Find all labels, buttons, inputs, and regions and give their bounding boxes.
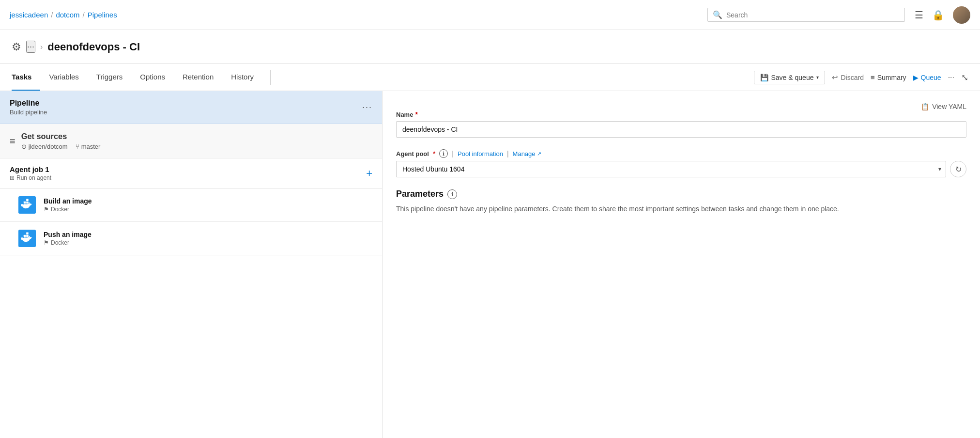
topbar-right: 🔍 ☰ 🔒 <box>707 6 970 24</box>
svg-rect-11 <box>24 235 26 237</box>
breadcrumb-user[interactable]: jessicadeen <box>10 11 48 19</box>
discard-button[interactable]: ↩ Discard <box>832 73 863 82</box>
tabbar-actions: 💾 Save & queue ▾ ↩ Discard ≡ Summary ▶ Q… <box>754 71 969 84</box>
get-sources-branch-info: ⑂ master <box>76 143 101 150</box>
tabbar: Tasks Variables Triggers Options Retenti… <box>0 64 980 91</box>
flag-icon: ⚑ <box>44 206 49 213</box>
params-description: This pipeline doesn't have any pipeline … <box>396 204 966 214</box>
flag-icon-2: ⚑ <box>44 239 49 246</box>
summary-icon: ≡ <box>871 73 875 81</box>
list-item[interactable]: Push an image ⚑ Docker <box>0 222 382 255</box>
save-queue-button[interactable]: 💾 Save & queue ▾ <box>754 71 826 84</box>
agent-icon: ⊞ <box>10 174 15 181</box>
parameters-group: Parameters ℹ This pipeline doesn't have … <box>396 189 966 214</box>
get-sources-repo: jldeen/dotcom <box>29 143 68 150</box>
build-image-name: Build an image <box>44 197 92 205</box>
page-header: ⚙ ··· › deenofdevops - CI <box>0 30 980 64</box>
save-queue-label: Save & queue <box>771 74 814 81</box>
main-content: Pipeline Build pipeline ··· ≡ Get source… <box>0 91 980 438</box>
search-icon: 🔍 <box>713 10 722 19</box>
pipeline-info: Pipeline Build pipeline <box>10 99 47 116</box>
push-image-name: Push an image <box>44 231 92 238</box>
pool-refresh-button[interactable]: ↻ <box>950 161 966 177</box>
save-queue-chevron-icon: ▾ <box>816 75 819 80</box>
agent-pool-info-icon[interactable]: ℹ <box>439 149 448 158</box>
undo-icon: ↩ <box>832 73 838 82</box>
name-label: Name * <box>396 110 966 118</box>
right-panel-top: 📋 View YAML <box>396 103 966 110</box>
tab-tasks[interactable]: Tasks <box>12 64 40 91</box>
params-title: Parameters <box>396 189 444 199</box>
pool-select[interactable]: Hosted Ubuntu 1604 Hosted VS2017 Hosted … <box>396 161 946 177</box>
agent-job-info: Agent job 1 ⊞ Run on agent <box>10 165 51 181</box>
breadcrumb-sep2: / <box>83 11 85 19</box>
agent-job-sub: ⊞ Run on agent <box>10 174 51 181</box>
tab-history[interactable]: History <box>222 64 262 91</box>
push-image-type: ⚑ Docker <box>44 239 92 246</box>
pool-sep-2: | <box>507 150 509 157</box>
avatar[interactable] <box>953 6 970 24</box>
svg-rect-4 <box>24 202 26 204</box>
svg-rect-6 <box>26 199 29 201</box>
more-actions-button[interactable]: ··· <box>948 73 954 82</box>
params-info-icon[interactable]: ℹ <box>447 189 457 199</box>
pipeline-more-button[interactable]: ··· <box>362 102 372 112</box>
list-icon[interactable]: ☰ <box>915 9 923 21</box>
tab-variables[interactable]: Variables <box>40 64 87 91</box>
queue-button[interactable]: ▶ Queue <box>913 74 941 81</box>
params-label-row: Parameters ℹ <box>396 189 966 199</box>
agent-pool-group: Agent pool * ℹ | Pool information | Mana… <box>396 149 966 177</box>
topbar: jessicadeen / dotcom / Pipelines 🔍 ☰ 🔒 <box>0 0 980 30</box>
agent-job-header: Agent job 1 ⊞ Run on agent + <box>0 158 382 188</box>
get-sources-icon: ≡ <box>10 136 15 147</box>
agent-pool-label: Agent pool <box>396 150 429 157</box>
pipeline-item[interactable]: Pipeline Build pipeline ··· <box>0 91 382 124</box>
get-sources-info: Get sources ⊙ jldeen/dotcom ⑂ master <box>21 132 101 150</box>
breadcrumb-sep1: / <box>51 11 53 19</box>
build-image-icon <box>17 195 37 215</box>
get-sources-item[interactable]: ≡ Get sources ⊙ jldeen/dotcom ⑂ master <box>0 124 382 158</box>
agent-job-label: Agent job 1 <box>10 165 51 173</box>
breadcrumb-page[interactable]: Pipelines <box>88 11 117 19</box>
agent-job-subtitle: Run on agent <box>16 174 51 181</box>
breadcrumb-org[interactable]: dotcom <box>56 11 79 19</box>
build-image-type: ⚑ Docker <box>44 206 92 213</box>
list-item[interactable]: Build an image ⚑ Docker <box>0 188 382 222</box>
pipeline-subtitle: Build pipeline <box>10 109 47 116</box>
branch-icon: ⑂ <box>76 143 79 150</box>
svg-rect-13 <box>26 232 29 235</box>
push-image-icon <box>17 229 37 248</box>
page-title: deenofdevops - CI <box>47 41 140 53</box>
left-panel: Pipeline Build pipeline ··· ≡ Get source… <box>0 91 383 438</box>
pool-manage-link[interactable]: Manage ↗ <box>513 150 541 157</box>
search-input[interactable] <box>726 11 900 19</box>
view-yaml-button[interactable]: 📋 View YAML <box>921 103 966 110</box>
expand-button[interactable]: ⤡ <box>961 72 968 83</box>
breadcrumb: jessicadeen / dotcom / Pipelines <box>10 11 117 19</box>
name-required-indicator: * <box>415 110 417 118</box>
add-task-button[interactable]: + <box>366 167 372 180</box>
pool-information-link[interactable]: Pool information <box>458 150 503 157</box>
play-icon: ▶ <box>913 74 919 81</box>
github-icon: ⊙ <box>21 143 27 150</box>
tab-divider <box>270 70 271 85</box>
agent-job-left: Agent job 1 ⊞ Run on agent <box>10 165 51 181</box>
ext-link-icon: ↗ <box>537 151 541 157</box>
get-sources-label: Get sources <box>21 132 101 141</box>
right-panel: 📋 View YAML Name * Agent pool * ℹ | Pool… <box>383 91 980 438</box>
breadcrumb-more-button[interactable]: ··· <box>26 41 35 53</box>
push-image-info: Push an image ⚑ Docker <box>44 231 92 246</box>
page-home-icon: ⚙ <box>12 41 21 53</box>
tab-triggers[interactable]: Triggers <box>88 64 131 91</box>
tab-options[interactable]: Options <box>131 64 174 91</box>
summary-button[interactable]: ≡ Summary <box>871 73 906 81</box>
get-sources-branch: master <box>81 143 101 150</box>
yaml-icon: 📋 <box>921 103 929 110</box>
search-box[interactable]: 🔍 <box>707 8 905 22</box>
lock-icon[interactable]: 🔒 <box>932 9 944 21</box>
name-input[interactable] <box>396 121 966 138</box>
build-image-info: Build an image ⚑ Docker <box>44 197 92 213</box>
tab-retention[interactable]: Retention <box>174 64 222 91</box>
pool-sep-1: | <box>452 150 454 157</box>
agent-pool-required-indicator: * <box>433 150 435 157</box>
